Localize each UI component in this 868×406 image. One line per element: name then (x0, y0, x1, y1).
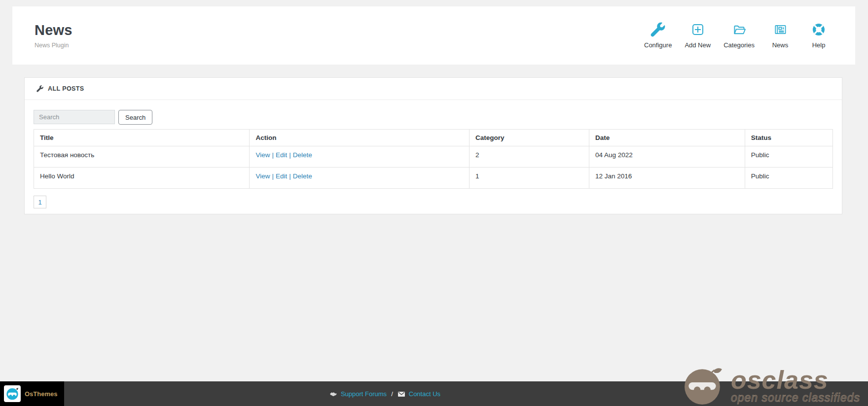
table-row: Тестовая новость View|Edit|Delete 2 04 A… (34, 146, 833, 168)
plus-square-icon (690, 22, 705, 37)
page-header: News News Plugin Configure Add New Categ… (12, 6, 855, 65)
post-actions: View|Edit|Delete (250, 146, 470, 168)
footer-separator: / (391, 390, 393, 398)
footer-links: Support Forums / Contact Us (64, 390, 705, 398)
title-block: News News Plugin (35, 22, 72, 49)
table-header-row: Title Action Category Date Status (34, 130, 833, 146)
page-button-1[interactable]: 1 (34, 196, 46, 208)
action-separator: | (289, 172, 291, 180)
osthemes-logo-icon (4, 385, 21, 402)
toolbar-label-categories: Categories (723, 41, 755, 49)
post-title: Тестовая новость (34, 146, 250, 168)
osthemes-brand[interactable]: OsThemes (0, 381, 64, 406)
column-header-date: Date (589, 130, 745, 146)
header-toolbar: Configure Add New Categories (644, 22, 832, 49)
toolbar-item-add-new[interactable]: Add New (685, 22, 711, 49)
column-header-title: Title (34, 130, 250, 146)
post-date: 12 Jan 2016 (589, 168, 745, 189)
post-title: Hello World (34, 168, 250, 189)
view-link[interactable]: View (255, 151, 270, 159)
panel-header: ALL POSTS (25, 78, 842, 100)
toolbar-label-configure: Configure (644, 41, 672, 49)
action-separator: | (289, 151, 291, 159)
toolbar-item-configure[interactable]: Configure (644, 22, 672, 49)
wrench-icon (36, 85, 43, 92)
footer: OsThemes Support Forums / Contact Us (0, 381, 868, 406)
page-subtitle: News Plugin (35, 42, 72, 49)
delete-link[interactable]: Delete (293, 172, 312, 180)
post-actions: View|Edit|Delete (250, 168, 470, 189)
posts-table: Title Action Category Date Status Тестов… (34, 129, 833, 189)
post-status: Public (745, 168, 832, 189)
newspaper-icon (773, 22, 788, 37)
wrench-icon (651, 22, 665, 37)
toolbar-item-categories[interactable]: Categories (723, 22, 755, 49)
search-row: Search (34, 110, 833, 125)
toolbar-item-help[interactable]: Help (806, 22, 832, 49)
post-status: Public (745, 146, 832, 168)
envelope-icon (398, 391, 405, 397)
action-separator: | (272, 172, 274, 180)
table-row: Hello World View|Edit|Delete 1 12 Jan 20… (34, 168, 833, 189)
post-category: 2 (469, 146, 589, 168)
column-header-action: Action (250, 130, 470, 146)
osthemes-brand-label: OsThemes (25, 390, 57, 398)
panel-body: Search Title Action Category Date Status… (25, 100, 842, 208)
action-separator: | (272, 151, 274, 159)
view-link[interactable]: View (255, 172, 270, 180)
life-ring-icon (811, 22, 826, 37)
post-date: 04 Aug 2022 (589, 146, 745, 168)
toolbar-label-news: News (772, 41, 789, 49)
search-button[interactable]: Search (118, 110, 152, 125)
panel-title: ALL POSTS (48, 85, 84, 92)
contact-us-link[interactable]: Contact Us (409, 390, 440, 398)
support-forums-link[interactable]: Support Forums (341, 390, 387, 398)
folder-open-icon (732, 22, 747, 37)
toolbar-label-add-new: Add New (685, 41, 711, 49)
edit-link[interactable]: Edit (276, 172, 287, 180)
toolbar-item-news[interactable]: News (767, 22, 793, 49)
all-posts-panel: ALL POSTS Search Title Action Category D… (24, 77, 842, 214)
delete-link[interactable]: Delete (293, 151, 312, 159)
toolbar-label-help: Help (812, 41, 826, 49)
post-category: 1 (469, 168, 589, 189)
search-input[interactable] (34, 110, 115, 124)
column-header-status: Status (745, 130, 832, 146)
edit-link[interactable]: Edit (276, 151, 287, 159)
handshake-icon (329, 390, 337, 397)
pagination: 1 (34, 196, 833, 208)
page-title: News (35, 22, 72, 38)
column-header-category: Category (469, 130, 589, 146)
